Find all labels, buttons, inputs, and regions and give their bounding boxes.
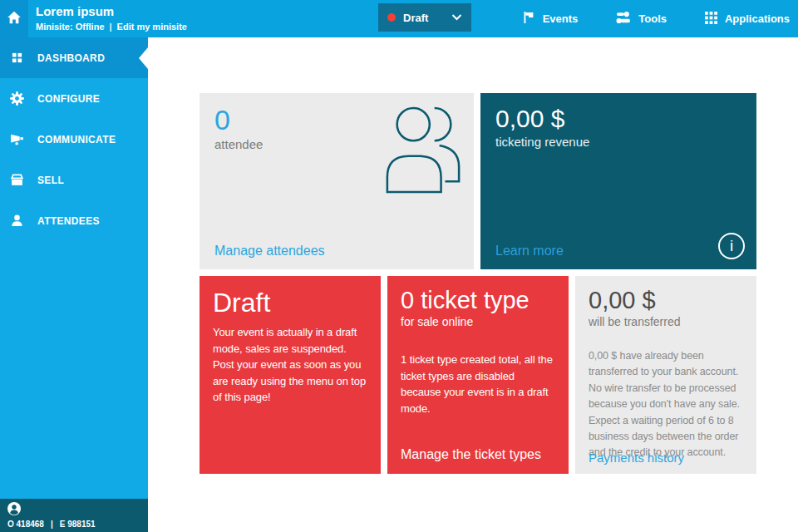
draft-card-body: Your event is actually in a draft mode, …: [213, 324, 367, 406]
subtitle-separator: |: [110, 22, 112, 32]
sidebar-footer: O 418468 | E 988151: [0, 499, 148, 532]
megaphone-icon: [9, 132, 24, 147]
home-icon: [7, 10, 22, 28]
event-status-dropdown[interactable]: Draft: [378, 3, 471, 32]
ticket-types-subtitle: for sale online: [401, 315, 555, 328]
sidebar-item-label: SELL: [37, 175, 64, 186]
sidebar-item-configure[interactable]: CONFIGURE: [0, 78, 148, 119]
sidebar-item-label: CONFIGURE: [37, 93, 100, 105]
toggles-icon: [616, 12, 631, 27]
transfer-body-part1: 0,00 $ have already been transferred to …: [589, 350, 740, 410]
nav-applications-label: Applications: [725, 12, 790, 25]
ticket-types-card: 0 ticket type for sale online 1 ticket t…: [387, 276, 569, 474]
revenue-amount: 0,00 $: [495, 104, 741, 134]
status-dot-icon: [387, 13, 396, 22]
sidebar-item-dashboard[interactable]: DASHBOARD: [0, 37, 148, 78]
manage-attendees-link[interactable]: Manage attendees: [214, 244, 325, 259]
payments-history-link[interactable]: Payments history: [589, 451, 684, 465]
dashboard-content: 0 attendee Manage attendees 0,00 $ ticke…: [148, 37, 798, 532]
learn-more-link[interactable]: Learn more: [495, 244, 564, 259]
sidebar-item-sell[interactable]: SELL: [0, 160, 148, 200]
dashboard-icon: [9, 51, 24, 66]
sidebar-item-attendees[interactable]: ATTENDEES: [0, 200, 148, 241]
draft-card-title: Draft: [213, 286, 367, 319]
attendees-people-icon: [382, 104, 464, 199]
info-icon[interactable]: i: [718, 233, 745, 259]
person-icon: [9, 214, 24, 229]
event-title: Lorem ipsum: [36, 4, 187, 19]
organizer-code: O 418468: [7, 520, 44, 529]
transfer-body: 0,00 $ have already been transferred to …: [589, 348, 743, 461]
flag-icon: [522, 11, 535, 27]
gear-icon: [9, 91, 24, 106]
nav-tools[interactable]: Tools: [616, 12, 667, 27]
transfer-card: 0,00 $ will be transferred 0,00 $ have a…: [575, 276, 756, 474]
event-code: E 988151: [60, 520, 96, 529]
top-navigation: Events Tools Applications: [522, 0, 790, 37]
revenue-label: ticketing revenue: [495, 135, 741, 149]
footer-separator: |: [51, 520, 53, 529]
draft-status-card: Draft Your event is actually in a draft …: [200, 276, 381, 474]
ticket-types-body: 1 ticket type created total, all the tic…: [401, 352, 555, 416]
sidebar-item-label: DASHBOARD: [37, 52, 105, 64]
topbar: Lorem ipsum Minisite: Offline | Edit my …: [0, 0, 798, 37]
attendees-card: 0 attendee Manage attendees: [200, 93, 474, 269]
minisite-status: Minisite: Offline: [36, 22, 105, 32]
nav-events[interactable]: Events: [522, 11, 579, 27]
edit-minisite-link[interactable]: Edit my minisite: [117, 22, 187, 32]
sidebar-item-label: COMMUNICATE: [37, 134, 116, 145]
account-icon[interactable]: [7, 502, 21, 515]
grid-icon: [705, 12, 717, 27]
status-dropdown-label: Draft: [403, 12, 428, 24]
nav-tools-label: Tools: [638, 12, 667, 25]
event-header: Lorem ipsum Minisite: Offline | Edit my …: [36, 4, 187, 32]
nav-applications[interactable]: Applications: [705, 12, 790, 27]
chevron-down-icon: [451, 14, 462, 21]
sidebar-item-communicate[interactable]: COMMUNICATE: [0, 119, 148, 160]
ticket-types-title: 0 ticket type: [401, 286, 555, 314]
home-button[interactable]: [0, 0, 28, 37]
revenue-card: 0,00 $ ticketing revenue Learn more i: [480, 93, 756, 269]
nav-events-label: Events: [543, 12, 579, 25]
sidebar-item-label: ATTENDEES: [37, 215, 100, 227]
transfer-amount: 0,00 $: [589, 286, 743, 314]
sidebar: DASHBOARD CONFIGURE COMMUNICATE SELL ATT…: [0, 37, 148, 532]
sell-icon: [9, 173, 24, 188]
transfer-subtitle: will be transferred: [589, 315, 743, 328]
manage-ticket-types-link[interactable]: Manage the ticket types: [401, 447, 541, 462]
